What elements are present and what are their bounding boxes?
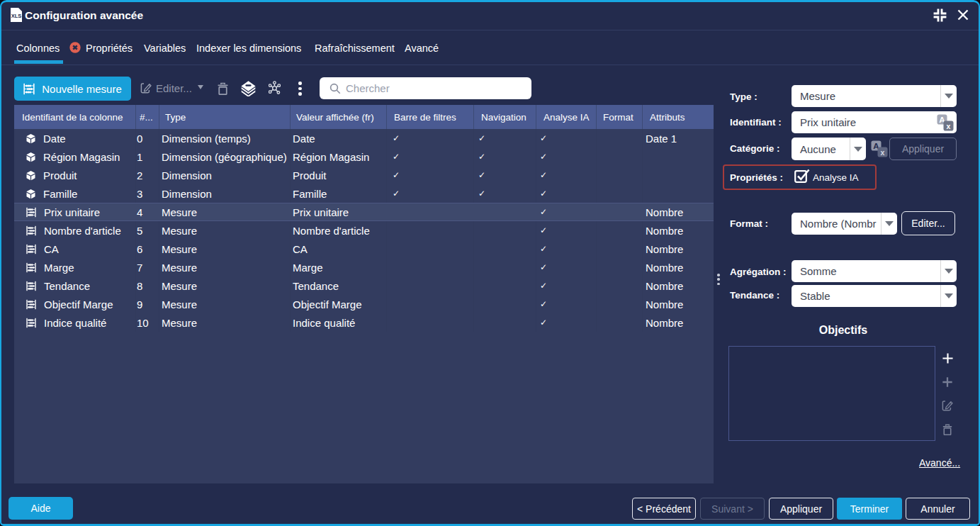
svg-text:x: x xyxy=(881,148,885,157)
svg-text:x: x xyxy=(947,122,951,130)
svg-text:XLS: XLS xyxy=(11,13,22,19)
